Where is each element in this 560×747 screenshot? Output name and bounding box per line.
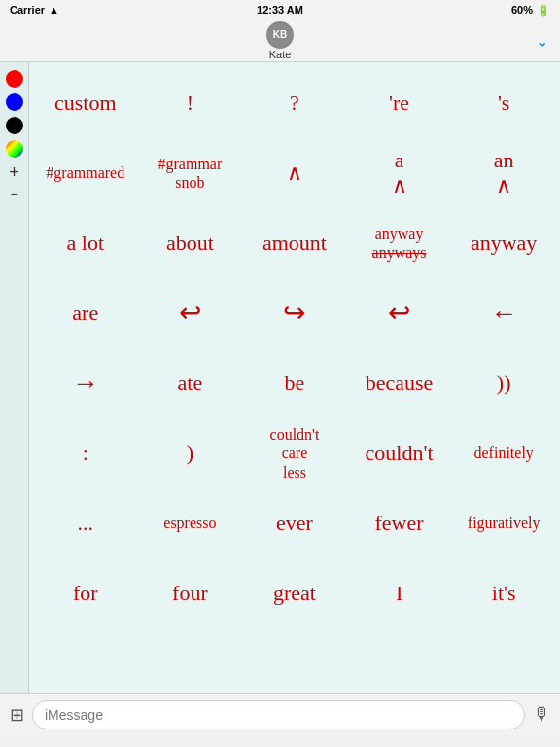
sticker-label: →	[72, 367, 99, 400]
status-time: 12:33 AM	[257, 4, 303, 16]
color-black[interactable]	[6, 117, 23, 134]
sticker-row: ... espresso ever fewer figuratively	[33, 488, 556, 558]
sticker-arrow-right[interactable]: →	[37, 367, 134, 400]
sticker-grid[interactable]: custom ! ? 're 's #grammared #grammarsno…	[29, 62, 560, 693]
sticker-caret[interactable]: ∧	[246, 160, 343, 186]
sticker-label: be	[285, 371, 305, 396]
sticker-couldnt[interactable]: couldn't	[351, 441, 448, 466]
sticker-arc-left[interactable]: ↩	[141, 297, 238, 330]
sticker-label: a∧	[392, 148, 407, 199]
sticker-custom[interactable]: custom	[37, 90, 134, 116]
sticker-label: )	[187, 441, 193, 466]
sticker-anyway-anyways[interactable]: anywayanyways	[351, 225, 448, 262]
carrier-text: Carrier	[10, 4, 45, 16]
sticker-definitely[interactable]: definitely	[455, 444, 552, 462]
sticker-label: four	[172, 581, 208, 606]
sticker-arc-right[interactable]: ↪	[246, 297, 343, 330]
sticker-label: ∧	[287, 160, 302, 186]
sticker-row: : ) couldn'tcareless couldn't definitely	[33, 418, 556, 488]
sticker-ever[interactable]: ever	[246, 511, 343, 536]
minus-icon[interactable]: −	[10, 187, 18, 200]
sticker-label: an∧	[494, 148, 514, 199]
sticker-re[interactable]: 're	[351, 90, 448, 116]
sticker-paren[interactable]: )	[141, 441, 238, 466]
sticker-fewer[interactable]: fewer	[351, 511, 448, 536]
sticker-amount[interactable]: amount	[246, 231, 343, 256]
sticker-label: anywayanyways	[372, 225, 427, 262]
sticker-label: 's	[498, 90, 510, 116]
sticker-row: for four great I it's	[33, 558, 556, 628]
sticker-row: #grammared #grammarsnob ∧ a∧ an∧	[33, 138, 556, 208]
sticker-a-caret[interactable]: a∧	[351, 148, 448, 199]
sticker-espresso[interactable]: espresso	[141, 514, 238, 532]
avatar[interactable]: KB	[266, 21, 294, 49]
color-blue[interactable]	[6, 93, 23, 111]
sticker-label: ate	[178, 371, 203, 396]
sticker-exclaim[interactable]: !	[141, 90, 238, 116]
sticker-couldnt-care-less[interactable]: couldn'tcareless	[246, 425, 343, 481]
sticker-be[interactable]: be	[246, 371, 343, 396]
message-input[interactable]	[32, 700, 525, 729]
sticker-label: !	[187, 90, 193, 116]
sticker-label: #grammared	[46, 163, 124, 182]
input-bar: ⊞ 🎙	[0, 693, 560, 735]
sticker-four[interactable]: four	[141, 581, 238, 606]
sticker-label: a lot	[67, 231, 105, 256]
sticker-label: couldn't	[366, 441, 434, 466]
sticker-label: ?	[290, 90, 299, 116]
sticker-label: ever	[276, 511, 313, 536]
sticker-grammar-snob[interactable]: #grammarsnob	[141, 155, 238, 192]
sticker-label: ))	[497, 371, 511, 396]
sticker-label: amount	[262, 231, 327, 256]
imessage-header[interactable]: KB Kate ⌄	[0, 19, 560, 62]
sticker-because[interactable]: because	[351, 371, 448, 396]
sticker-ate[interactable]: ate	[141, 371, 238, 396]
sticker-arc-left2[interactable]: ↩	[351, 297, 448, 330]
sticker-label: ↪	[283, 297, 305, 330]
plus-icon[interactable]: +	[9, 163, 19, 181]
sticker-for[interactable]: for	[37, 581, 134, 606]
sticker-label: couldn'tcareless	[270, 425, 320, 481]
color-red[interactable]	[6, 70, 23, 88]
sticker-label: #grammarsnob	[158, 155, 223, 192]
sticker-s[interactable]: 's	[455, 90, 552, 116]
sticker-row: are ↩ ↪ ↩ ←	[33, 278, 556, 348]
sticker-ellipsis[interactable]: ...	[37, 511, 134, 536]
sticker-label: ...	[78, 511, 94, 536]
contact-name: Kate	[269, 49, 292, 60]
mic-icon[interactable]: 🎙	[533, 704, 550, 725]
chevron-down-icon[interactable]: ⌄	[536, 31, 548, 50]
sticker-about[interactable]: about	[141, 231, 238, 256]
sticker-label: custom	[54, 90, 117, 116]
battery-text: 60%	[511, 4, 533, 16]
sticker-an-caret[interactable]: an∧	[455, 148, 552, 199]
sticker-great[interactable]: great	[246, 581, 343, 606]
sticker-grammared[interactable]: #grammared	[37, 163, 134, 182]
sticker-figuratively[interactable]: figuratively	[455, 514, 552, 532]
sticker-label: :	[83, 441, 88, 466]
sticker-label: I	[396, 581, 402, 606]
sticker-capital-i[interactable]: I	[351, 581, 448, 606]
sticker-arrow-left[interactable]: ←	[455, 297, 552, 330]
sticker-double-paren[interactable]: ))	[455, 371, 552, 396]
status-left: Carrier ▲	[10, 4, 59, 16]
status-right: 60% 🔋	[511, 4, 550, 17]
color-rainbow[interactable]	[6, 140, 23, 158]
sticker-label: ←	[490, 297, 517, 330]
sticker-are[interactable]: are	[37, 301, 134, 326]
sticker-label: 're	[389, 90, 409, 116]
sticker-a-lot[interactable]: a lot	[37, 231, 134, 256]
sticker-label: espresso	[163, 514, 216, 532]
tool-sidebar: + −	[0, 62, 29, 693]
sticker-label: fewer	[375, 511, 424, 536]
sticker-label: because	[366, 371, 434, 396]
wifi-icon: ▲	[49, 4, 59, 16]
sticker-its[interactable]: it's	[455, 581, 552, 606]
sticker-label: great	[273, 581, 316, 606]
battery-icon: 🔋	[537, 4, 550, 17]
sticker-colon[interactable]: :	[37, 441, 134, 466]
grid-icon[interactable]: ⊞	[10, 704, 24, 726]
sticker-anyway[interactable]: anyway	[455, 231, 552, 256]
sticker-question[interactable]: ?	[246, 90, 343, 116]
sticker-row: → ate be because ))	[33, 348, 556, 418]
